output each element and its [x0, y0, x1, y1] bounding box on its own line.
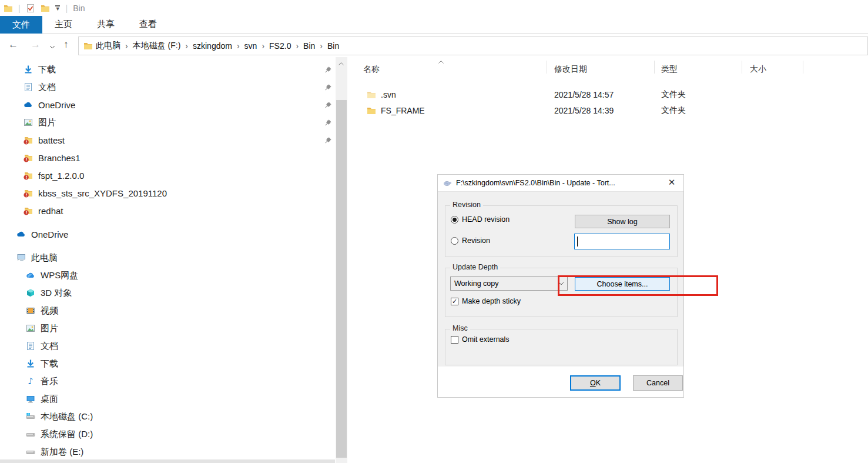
folder-icon[interactable] — [4, 4, 13, 13]
revision-radio[interactable]: Revision — [451, 237, 490, 245]
sidebar-item-label: 此电脑 — [31, 252, 58, 264]
sidebar-item[interactable]: ♪音乐 — [0, 372, 335, 390]
sidebar-item[interactable]: 下载 — [0, 355, 335, 372]
pin-icon — [324, 83, 332, 93]
sidebar-item[interactable]: 视频 — [0, 302, 335, 319]
column-header-type[interactable]: 类型 — [654, 62, 742, 77]
breadcrumb-separator-icon[interactable]: › — [317, 41, 326, 51]
column-separator[interactable] — [547, 61, 547, 74]
desktop-icon — [26, 394, 35, 404]
column-header-name[interactable]: 名称 — [353, 62, 547, 77]
column-separator[interactable] — [742, 61, 742, 74]
sidebar-item[interactable]: 文档 — [0, 78, 335, 96]
sidebar-item[interactable]: OneDrive — [0, 96, 335, 114]
address-input[interactable]: 此电脑›本地磁盘 (F:)›szkingdom›svn›FS2.0›Bin›Bi… — [78, 36, 868, 55]
file-type: 文件夹 — [654, 89, 742, 100]
ok-button[interactable]: OK — [570, 375, 621, 391]
svn-folder-icon — [24, 135, 33, 145]
dialog-titlebar[interactable]: F:\szkingdom\svn\FS2.0\Bin\Bin - Update … — [438, 175, 683, 191]
horizontal-scrollbar[interactable] — [0, 459, 335, 463]
breadcrumb-separator-icon[interactable]: › — [122, 41, 131, 51]
sidebar-item[interactable]: 图片 — [0, 114, 335, 131]
file-row[interactable]: FS_FRAME2021/5/28 14:39文件夹 — [353, 102, 868, 118]
column-separator[interactable] — [803, 61, 803, 74]
drive-windows-icon — [26, 412, 35, 421]
file-name: FS_FRAME — [381, 106, 425, 115]
divider: | — [18, 4, 21, 13]
sidebar-item-label: 新加卷 (E:) — [41, 447, 83, 458]
sidebar-item-label: redhat — [38, 206, 63, 216]
breadcrumb-segment[interactable]: 本地磁盘 (F:) — [131, 41, 183, 51]
sidebar-item-label: 下载 — [38, 64, 56, 75]
tortoisesvn-icon — [443, 178, 452, 188]
qat-dropdown-icon[interactable]: ▼ — [55, 5, 61, 11]
address-bar-row: ← → ↑ 此电脑›本地磁盘 (F:)›szkingdom›svn›FS2.0›… — [0, 34, 868, 57]
divider: | — [66, 4, 68, 13]
show-log-button[interactable]: Show log — [575, 215, 670, 228]
revision-input[interactable] — [574, 234, 670, 249]
sidebar-item[interactable]: 桌面 — [0, 390, 335, 408]
make-depth-sticky-checkbox[interactable]: ✓ Make depth sticky — [451, 297, 521, 305]
red-highlight-annotation — [558, 275, 718, 296]
sidebar-item[interactable]: 3D 对象 — [0, 284, 335, 302]
omit-externals-checkbox[interactable]: Omit externals — [451, 335, 510, 344]
breadcrumb-segment[interactable]: svn — [243, 41, 259, 51]
column-header-size[interactable]: 大小 — [742, 62, 803, 77]
sidebar-item[interactable]: WPS网盘 — [0, 267, 335, 284]
sidebar-item-label: 图片 — [38, 117, 56, 128]
sidebar-item[interactable]: kbss_sts_src_XYDFS_20191120 — [0, 184, 335, 202]
scrollbar-thumb[interactable] — [336, 100, 347, 458]
column-header-date[interactable]: 修改日期 — [547, 62, 654, 77]
sidebar-item[interactable]: 此电脑 — [0, 249, 335, 267]
cancel-button[interactable]: Cancel — [633, 375, 683, 391]
folder-icon[interactable] — [41, 4, 50, 13]
tab-file[interactable]: 文件 — [0, 16, 42, 34]
window-title: Bin — [73, 4, 85, 13]
wps-cloud-icon — [26, 271, 35, 280]
scroll-up-icon[interactable] — [338, 59, 344, 69]
up-button[interactable]: ↑ — [63, 38, 69, 51]
forward-button[interactable]: → — [31, 38, 41, 51]
vertical-scrollbar[interactable] — [336, 57, 347, 463]
tab-view[interactable]: 查看 — [127, 16, 169, 33]
back-button[interactable]: ← — [8, 38, 18, 51]
sidebar-item[interactable]: 图片 — [0, 319, 335, 337]
sidebar-item[interactable]: 下载 — [0, 61, 335, 78]
sidebar-item[interactable]: OneDrive — [0, 225, 335, 243]
breadcrumb-segment[interactable]: szkingdom — [191, 41, 234, 51]
sidebar-item[interactable]: 系统保留 (D:) — [0, 425, 335, 443]
breadcrumb-separator-icon[interactable]: › — [259, 41, 267, 51]
breadcrumb-separator-icon[interactable]: › — [293, 41, 301, 51]
breadcrumb-segment[interactable]: Bin — [301, 41, 317, 51]
cube-icon — [26, 288, 35, 298]
tab-share[interactable]: 共享 — [85, 16, 127, 33]
file-row[interactable]: .svn2021/5/28 14:57文件夹 — [353, 86, 868, 102]
close-icon[interactable]: ✕ — [666, 177, 678, 188]
sidebar-item[interactable]: Branches1 — [0, 149, 335, 166]
breadcrumb-separator-icon[interactable]: › — [182, 41, 191, 51]
column-separator[interactable] — [654, 61, 655, 74]
properties-check-icon[interactable] — [26, 4, 35, 13]
depth-combobox[interactable]: Working copy — [450, 277, 568, 291]
drive-icon — [26, 447, 35, 457]
tab-home[interactable]: 主页 — [42, 16, 85, 33]
pin-icon — [324, 101, 332, 111]
breadcrumb-segment[interactable]: Bin — [326, 41, 341, 51]
sidebar-item[interactable]: redhat — [0, 202, 335, 219]
svn-folder-icon — [24, 206, 33, 215]
head-revision-radio[interactable]: HEAD revision — [451, 215, 510, 224]
sidebar-item[interactable]: 本地磁盘 (C:) — [0, 408, 335, 425]
sidebar-item[interactable]: 文档 — [0, 337, 335, 355]
ribbon-tabs: 文件主页共享查看 — [0, 16, 868, 34]
breadcrumb-segment[interactable]: FS2.0 — [267, 41, 293, 51]
sidebar-item-label: 音乐 — [41, 376, 58, 387]
breadcrumb-segment[interactable]: 此电脑 — [94, 41, 122, 51]
explorer-window: | ▼ | Bin 文件主页共享查看 ← → ↑ 此电脑›本地磁盘 (F:)›s… — [0, 0, 868, 463]
recent-locations-chevron-icon[interactable] — [49, 41, 55, 54]
sidebar-item-label: 下载 — [41, 358, 58, 369]
sidebar-item[interactable]: battest — [0, 131, 335, 149]
navigation-pane: 下载文档OneDrive图片battestBranches1fspt_1.2.0… — [0, 57, 335, 459]
breadcrumb-separator-icon[interactable]: › — [234, 41, 243, 51]
sidebar-item[interactable]: 新加卷 (E:) — [0, 443, 335, 459]
sidebar-item[interactable]: fspt_1.2.0.0 — [0, 166, 335, 184]
